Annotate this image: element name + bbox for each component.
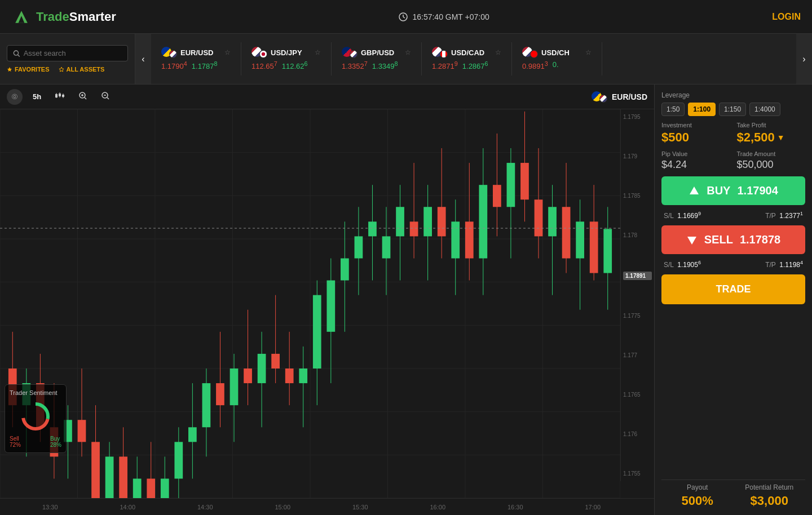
time-display: 16:57:40 GMT +07:00	[412, 12, 489, 21]
ticker-name-usdjpy: USD/JPY	[271, 48, 302, 57]
logo: TradeSmarter	[11, 7, 116, 27]
ticker-usdcad[interactable]: USD/CAD ☆ 1.28719 1.28676	[422, 42, 512, 75]
gbpusd-star[interactable]: ☆	[405, 48, 411, 56]
login-button[interactable]: LOGIN	[772, 12, 801, 22]
buy-tp-label: T/P 1.23771	[765, 211, 803, 220]
buy-price: 1.17904	[737, 184, 778, 197]
search-icon	[13, 50, 20, 57]
usdcad-bid: 1.28719	[432, 60, 458, 70]
sell-tp-label: T/P 1.11984	[765, 260, 803, 269]
sell-label: SELL	[704, 233, 733, 246]
price-scale: 1.1795 1.179 1.1785 1.178 1.17891 1.1775…	[620, 109, 654, 481]
leverage-section: Leverage 1:50 1:100 1:150 1:4000	[661, 91, 805, 116]
usdchf-star[interactable]: ☆	[585, 48, 592, 56]
header: TradeSmarter 16:57:40 GMT +07:00 LOGIN	[0, 0, 812, 34]
buy-sl-label: S/L 1.16699	[664, 211, 701, 220]
gbpusd-ask: 1.33498	[372, 60, 398, 70]
svg-marker-8	[59, 67, 64, 72]
favorites-tab[interactable]: FAVORITES	[7, 66, 50, 73]
ticker-name-gbpusd: GBP/USD	[361, 48, 394, 57]
trade-button[interactable]: TRADE	[661, 274, 805, 304]
investment-value[interactable]: $500	[661, 130, 730, 145]
sentiment-labels: Sell 72% Buy 28%	[10, 436, 61, 448]
investment-field: Investment $500	[661, 122, 730, 145]
sell-button[interactable]: SELL 1.17878	[661, 225, 805, 254]
usdjpy-star[interactable]: ☆	[315, 48, 321, 56]
chart-area: ⓪ 5h	[0, 85, 654, 515]
ticker-gbpusd[interactable]: GBP/USD ☆ 1.33527 1.33498	[332, 42, 422, 75]
leverage-150[interactable]: 1:150	[719, 103, 746, 116]
usdchf-prices: 0.98913 0.	[522, 60, 592, 70]
usdcad-star[interactable]: ☆	[495, 48, 501, 56]
sentiment-widget: Trader Sentiment Sell 72% Buy 28%	[5, 384, 67, 453]
sell-price: 1.17878	[740, 233, 780, 246]
indicator-button[interactable]: ⓪	[7, 89, 23, 105]
payout-field: Payout 500%	[661, 483, 734, 508]
search-box[interactable]	[7, 45, 128, 61]
top-bar: FAVORITES ALL ASSETS ‹ EUR/USD ☆ 1.17904…	[0, 34, 812, 85]
ticker-prev-arrow[interactable]: ‹	[135, 34, 151, 84]
ticker-usdchf[interactable]: USD/CH ☆ 0.98913 0.	[512, 42, 602, 75]
return-field: Potential Return $3,000	[734, 483, 806, 508]
ticker-next-arrow[interactable]: ›	[796, 34, 812, 84]
logo-icon	[11, 7, 32, 27]
usdchf-bid: 0.98913	[522, 60, 548, 70]
leverage-label: Leverage	[661, 91, 805, 99]
right-panel: Leverage 1:50 1:100 1:150 1:4000 Investm…	[654, 85, 812, 515]
eurusd-star[interactable]: ☆	[224, 48, 231, 56]
return-label: Potential Return	[734, 483, 806, 491]
gbpusd-bid: 1.33527	[342, 60, 368, 70]
take-profit-dropdown[interactable]: ▼	[777, 133, 785, 142]
clock-display: 16:57:40 GMT +07:00	[399, 12, 489, 21]
pip-label: Pip Value	[661, 150, 730, 157]
sell-sl-value: 1.19056	[677, 261, 701, 269]
sell-tp-value: 1.11984	[779, 261, 803, 269]
buy-button[interactable]: BUY 1.17904	[661, 176, 805, 205]
buy-sentiment: Buy 28%	[50, 436, 61, 448]
pip-row: Pip Value $4.24 Trade Amount $50,000	[661, 150, 805, 171]
main-content: ⓪ 5h	[0, 85, 812, 515]
ticker-name-usdcad: USD/CAD	[451, 48, 484, 57]
ticker-usdjpy[interactable]: USD/JPY ☆ 112.657 112.626	[241, 42, 332, 75]
timeframe-5h[interactable]: 5h	[29, 91, 45, 103]
usdcad-ask: 1.28676	[462, 60, 488, 70]
zoom-out-icon	[101, 91, 110, 100]
usdcad-flag	[432, 47, 448, 58]
svg-marker-24	[690, 187, 699, 194]
leverage-50[interactable]: 1:50	[661, 103, 685, 116]
star-icon	[7, 66, 12, 72]
chart-toolbar: ⓪ 5h	[0, 85, 654, 109]
usdcad-prices: 1.28719 1.28676	[432, 60, 501, 70]
eurusd-bid: 1.17904	[161, 60, 187, 70]
leverage-100[interactable]: 1:100	[688, 103, 716, 116]
leverage-options: 1:50 1:100 1:150 1:4000	[661, 103, 805, 116]
ticker-eurusd[interactable]: EUR/USD ☆ 1.17904 1.17878	[151, 42, 241, 75]
eurusd-ask: 1.17878	[192, 60, 218, 70]
price-chart[interactable]	[0, 109, 620, 498]
zoom-in-icon	[78, 91, 87, 100]
take-profit-value[interactable]: $2,500	[737, 130, 775, 145]
ticker-items: EUR/USD ☆ 1.17904 1.17878 USD/JPY ☆ 112.…	[151, 34, 796, 84]
chart-pair-label: EUR/USD	[592, 91, 647, 103]
buy-label: BUY	[707, 184, 730, 197]
all-assets-tab[interactable]: ALL ASSETS	[59, 66, 105, 73]
svg-marker-7	[7, 67, 12, 72]
leverage-4000[interactable]: 1:4000	[749, 103, 780, 116]
chart-toolbar-left: ⓪ 5h	[7, 89, 113, 105]
zoom-out-button[interactable]	[98, 90, 113, 104]
trade-amount-value: $50,000	[737, 159, 806, 171]
chart-pair-name: EUR/USD	[612, 92, 647, 101]
usdchf-flag	[522, 47, 538, 58]
logo-text: TradeSmarter	[36, 10, 116, 24]
svg-line-21	[107, 97, 109, 99]
investment-row: Investment $500 Take Profit $2,500 ▼	[661, 122, 805, 145]
zoom-in-button[interactable]	[75, 90, 91, 104]
buy-sl-value: 1.16699	[677, 212, 701, 220]
up-arrow-icon	[689, 185, 700, 197]
search-input[interactable]	[24, 49, 122, 57]
gbpusd-flag	[342, 47, 358, 58]
ticker-name-eurusd: EUR/USD	[180, 48, 214, 57]
favorites-bar: FAVORITES ALL ASSETS	[7, 66, 128, 73]
chart-type-button[interactable]	[51, 90, 68, 104]
chart-pair-flag	[592, 91, 607, 103]
